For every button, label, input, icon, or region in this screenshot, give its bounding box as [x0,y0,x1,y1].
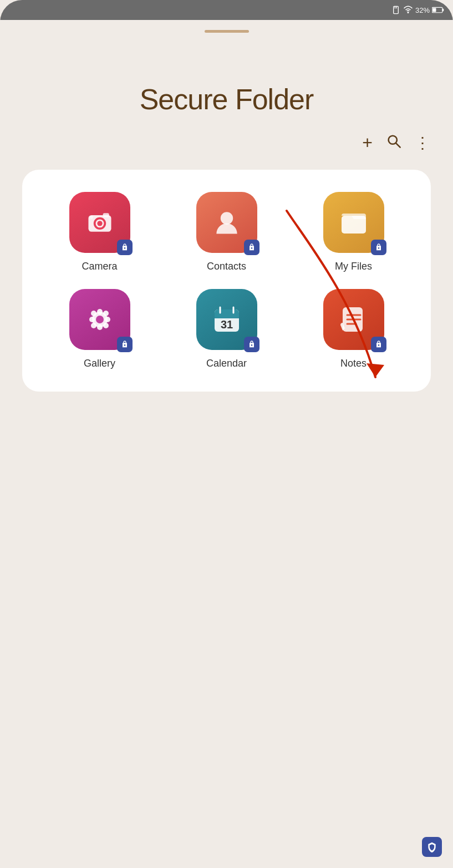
svg-point-18 [89,317,95,322]
add-button[interactable]: + [362,133,373,153]
toolbar: + ⋮ [17,133,436,153]
more-options-button[interactable]: ⋮ [415,134,431,152]
svg-line-7 [396,143,400,148]
app-item-calendar[interactable]: 31 Calendar [166,289,287,369]
gallery-app-label: Gallery [84,358,115,369]
svg-point-24 [96,316,104,323]
app-icon-wrapper-camera [69,192,130,253]
svg-point-22 [103,311,109,316]
main-content: Secure Folder + ⋮ [0,38,453,392]
svg-point-23 [91,323,96,328]
svg-point-17 [97,324,103,330]
svg-point-20 [91,311,96,316]
app-item-notes[interactable]: Notes [293,289,414,369]
sd-icon [392,6,401,14]
apps-grid: Camera Contacts [22,170,431,392]
svg-point-12 [90,216,93,219]
myfiles-lock-badge [371,240,386,255]
app-icon-wrapper-contacts [196,192,257,253]
contacts-app-label: Contacts [207,261,246,272]
drag-handle [205,30,249,33]
wifi-icon [403,6,413,14]
svg-rect-5 [432,8,436,12]
app-icon-wrapper-calendar: 31 [196,289,257,350]
app-item-contacts[interactable]: Contacts [166,192,287,272]
notes-lock-badge [371,337,386,352]
camera-lock-badge [117,240,133,255]
app-item-camera[interactable]: Camera [39,192,160,272]
bottom-corner-secure-icon [422,837,442,857]
app-item-gallery[interactable]: Gallery [39,289,160,369]
contacts-lock-badge [244,240,259,255]
search-button[interactable] [386,133,401,153]
calendar-lock-badge [244,337,259,352]
svg-point-13 [220,212,232,224]
svg-rect-0 [394,6,399,13]
status-bar: 32% [0,0,453,20]
notes-app-label: Notes [340,358,367,369]
status-icons: 32% [392,6,444,14]
svg-point-19 [105,317,110,322]
app-item-myfiles[interactable]: My Files [293,192,414,272]
svg-point-16 [97,309,103,314]
handle-bar [0,20,453,38]
myfiles-app-label: My Files [335,261,372,272]
camera-app-label: Camera [82,261,117,272]
svg-point-10 [97,221,102,226]
gallery-lock-badge [117,337,133,352]
app-icon-wrapper-myfiles [323,192,384,253]
svg-point-21 [103,323,109,328]
svg-text:31: 31 [220,318,232,331]
svg-rect-11 [103,213,109,217]
calendar-app-label: Calendar [206,358,247,369]
svg-rect-4 [442,9,444,12]
page-title: Secure Folder [17,83,436,116]
battery-icon [432,6,444,14]
svg-rect-27 [215,314,239,318]
svg-rect-1 [395,6,395,8]
svg-rect-2 [396,6,396,8]
battery-percent-text: 32% [415,6,430,14]
app-icon-wrapper-gallery [69,289,130,350]
app-icon-wrapper-notes [323,289,384,350]
